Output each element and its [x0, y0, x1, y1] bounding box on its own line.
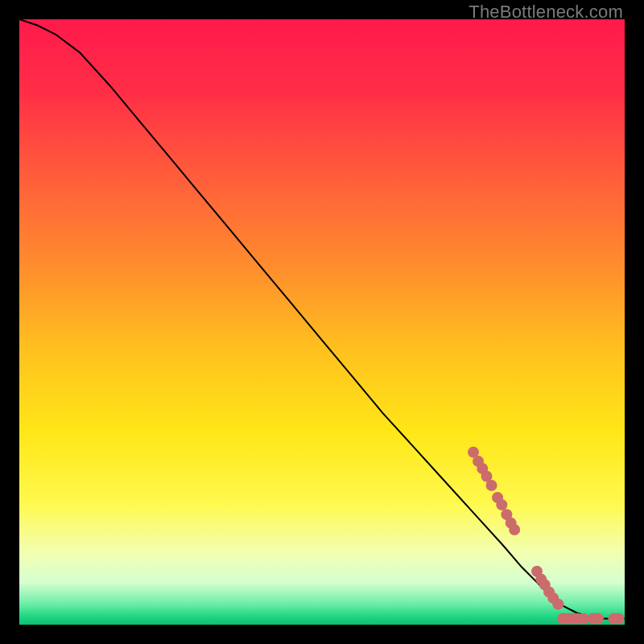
chart-background [19, 19, 625, 625]
chart-frame [19, 19, 625, 625]
data-point [552, 598, 564, 609]
data-point [578, 613, 589, 624]
data-point [509, 524, 520, 535]
data-point [486, 480, 497, 491]
chart-svg [19, 19, 625, 625]
data-point [496, 499, 507, 510]
watermark-text: TheBottleneck.com [469, 2, 623, 23]
data-point [613, 613, 624, 624]
data-point [592, 613, 604, 624]
